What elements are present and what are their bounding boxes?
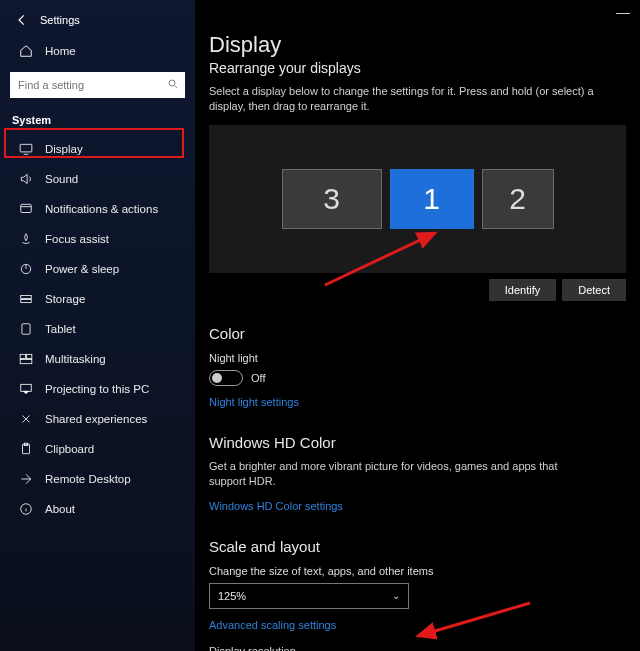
notify-icon <box>18 201 34 217</box>
sidebar-item-label: Shared experiences <box>45 413 147 425</box>
search-container <box>0 66 195 108</box>
svg-rect-6 <box>22 324 30 335</box>
sidebar: Settings Home System Display Sound Notif… <box>0 0 195 651</box>
svg-rect-5 <box>21 300 32 303</box>
detect-button[interactable]: Detect <box>562 279 626 301</box>
sidebar-item-label: Multitasking <box>45 353 106 365</box>
remote-icon <box>18 471 34 487</box>
project-icon <box>18 381 34 397</box>
sidebar-item-remote[interactable]: Remote Desktop <box>0 464 195 494</box>
sidebar-item-storage[interactable]: Storage <box>0 284 195 314</box>
power-icon <box>18 261 34 277</box>
sidebar-item-label: Remote Desktop <box>45 473 131 485</box>
about-icon <box>18 501 34 517</box>
color-heading: Color <box>209 325 626 342</box>
section-subheading: Rearrange your displays <box>209 60 626 76</box>
sidebar-item-tablet[interactable]: Tablet <box>0 314 195 344</box>
display-icon <box>18 141 34 157</box>
display-arrangement[interactable]: 3 1 2 <box>209 125 626 273</box>
identify-button[interactable]: Identify <box>489 279 556 301</box>
minimize-button[interactable]: — <box>616 4 630 20</box>
hd-settings-link[interactable]: Windows HD Color settings <box>209 500 343 512</box>
hd-heading: Windows HD Color <box>209 434 626 451</box>
svg-rect-9 <box>20 360 32 364</box>
main-panel: — Display Rearrange your displays Select… <box>195 0 640 651</box>
monitor-label: 2 <box>509 182 526 216</box>
monitor-label: 3 <box>323 182 340 216</box>
clip-icon <box>18 441 34 457</box>
home-icon <box>18 43 34 59</box>
tablet-icon <box>18 321 34 337</box>
svg-rect-7 <box>20 354 25 358</box>
sidebar-item-multitasking[interactable]: Multitasking <box>0 344 195 374</box>
window-title: Settings <box>40 14 80 26</box>
sidebar-item-label: Storage <box>45 293 85 305</box>
sidebar-home[interactable]: Home <box>0 36 195 66</box>
sidebar-item-notifications[interactable]: Notifications & actions <box>0 194 195 224</box>
button-label: Detect <box>578 284 610 296</box>
instruction-text: Select a display below to change the set… <box>209 84 626 115</box>
sidebar-item-focus[interactable]: Focus assist <box>0 224 195 254</box>
sidebar-item-projecting[interactable]: Projecting to this PC <box>0 374 195 404</box>
button-label: Identify <box>505 284 540 296</box>
sidebar-item-label: Power & sleep <box>45 263 119 275</box>
sidebar-group-label: System <box>0 108 195 132</box>
monitor-3[interactable]: 3 <box>282 169 382 229</box>
monitor-label: 1 <box>423 182 440 216</box>
sidebar-item-label: Display <box>45 143 83 155</box>
svg-rect-8 <box>27 354 32 358</box>
sidebar-item-power[interactable]: Power & sleep <box>0 254 195 284</box>
annotation-arrow <box>410 598 540 648</box>
night-light-label: Night light <box>209 352 626 364</box>
search-input[interactable] <box>10 72 185 98</box>
scale-size-label: Change the size of text, apps, and other… <box>209 565 626 577</box>
svg-rect-1 <box>20 144 32 152</box>
scale-dropdown[interactable]: 125% ⌄ <box>209 583 409 609</box>
sidebar-item-clipboard[interactable]: Clipboard <box>0 434 195 464</box>
svg-rect-2 <box>21 204 32 212</box>
sidebar-item-display[interactable]: Display <box>0 134 195 164</box>
svg-line-15 <box>418 603 530 636</box>
scale-value: 125% <box>218 590 246 602</box>
sidebar-home-label: Home <box>45 45 76 57</box>
night-light-settings-link[interactable]: Night light settings <box>209 396 299 408</box>
chevron-down-icon: ⌄ <box>392 590 400 601</box>
monitor-2[interactable]: 2 <box>482 169 554 229</box>
svg-rect-10 <box>21 384 32 391</box>
sidebar-item-label: Tablet <box>45 323 76 335</box>
page-title: Display <box>209 32 626 58</box>
multi-icon <box>18 351 34 367</box>
focus-icon <box>18 231 34 247</box>
sidebar-item-label: Projecting to this PC <box>45 383 149 395</box>
toggle-state: Off <box>251 372 265 384</box>
sidebar-item-about[interactable]: About <box>0 494 195 524</box>
resolution-label: Display resolution <box>209 645 626 651</box>
scale-heading: Scale and layout <box>209 538 626 555</box>
sidebar-item-label: Clipboard <box>45 443 94 455</box>
sidebar-item-label: Sound <box>45 173 78 185</box>
advanced-scaling-link[interactable]: Advanced scaling settings <box>209 619 336 631</box>
back-button[interactable] <box>12 10 32 30</box>
storage-icon <box>18 291 34 307</box>
sidebar-item-shared[interactable]: Shared experiences <box>0 404 195 434</box>
sound-icon <box>18 171 34 187</box>
sidebar-item-label: Notifications & actions <box>45 203 158 215</box>
hd-desc: Get a brighter and more vibrant picture … <box>209 459 569 490</box>
sidebar-list: Display Sound Notifications & actions Fo… <box>0 132 195 524</box>
svg-rect-4 <box>21 296 32 299</box>
sidebar-item-sound[interactable]: Sound <box>0 164 195 194</box>
night-light-toggle[interactable] <box>209 370 243 386</box>
sidebar-item-label: Focus assist <box>45 233 109 245</box>
sidebar-item-label: About <box>45 503 75 515</box>
shared-icon <box>18 411 34 427</box>
monitor-1[interactable]: 1 <box>390 169 474 229</box>
